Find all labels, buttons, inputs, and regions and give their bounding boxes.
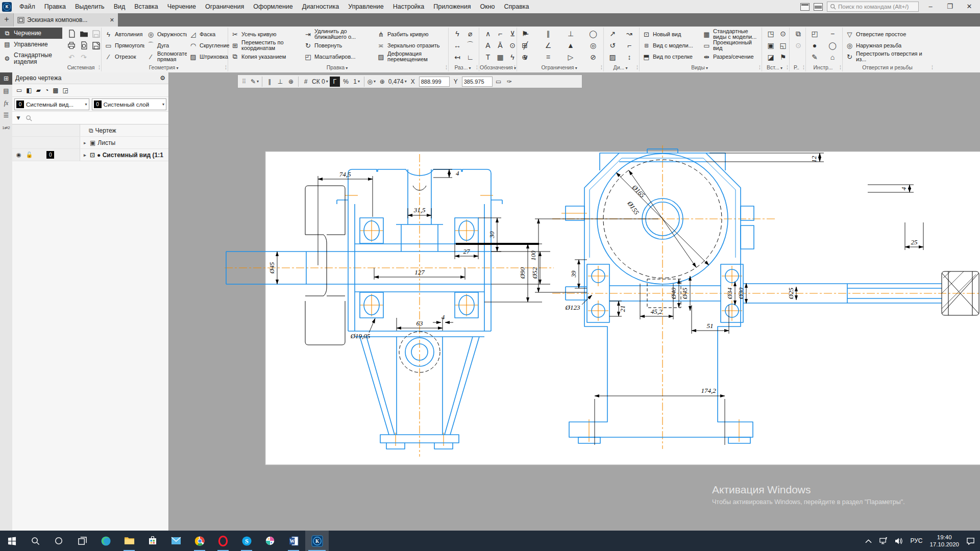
- roughness-icon[interactable]: ⌐: [495, 29, 505, 39]
- group-label-symbols[interactable]: Обозначения: [480, 64, 517, 71]
- tree-row-system-view[interactable]: ◉ 🔓 0 ▸ ⊡ ● Системный вид (1:1: [12, 149, 168, 161]
- view-from-model-button[interactable]: ⧈Вид с модели...: [642, 40, 700, 51]
- tree-row-drawing[interactable]: ⧉ Чертеж: [12, 124, 168, 137]
- document-tab[interactable]: Эскизная компонов... ✕: [14, 13, 118, 27]
- angle-dimension-icon[interactable]: ∟: [465, 52, 475, 62]
- tab-close-icon[interactable]: ✕: [110, 17, 114, 23]
- autoline-button[interactable]: ϟАвтолиния: [104, 29, 144, 40]
- vertical-constraint-icon[interactable]: ∨: [521, 52, 531, 62]
- new-view-button[interactable]: ⊡Новый вид: [642, 29, 700, 40]
- parallel-constraint-icon[interactable]: ∥: [543, 29, 553, 39]
- filter-funnel-icon[interactable]: ▼: [15, 114, 21, 121]
- chamfer-button[interactable]: ◿Фаска: [189, 29, 229, 40]
- scale-select[interactable]: 1: [352, 77, 361, 87]
- chrome-icon[interactable]: [188, 531, 211, 551]
- marking-icon[interactable]: A: [483, 40, 493, 51]
- concentric-constraint-icon[interactable]: ◎: [588, 40, 598, 51]
- panel-tool-picture-icon[interactable]: ▩: [53, 87, 58, 94]
- save-as-icon[interactable]: [91, 40, 101, 51]
- insert-object-icon[interactable]: ◱: [778, 40, 788, 51]
- group-label-system[interactable]: Системная: [63, 64, 101, 71]
- position-icon[interactable]: ⊙: [507, 40, 518, 51]
- r-tool2-icon[interactable]: ⊙: [793, 40, 803, 51]
- print-preview-icon[interactable]: [79, 40, 89, 51]
- new-document-icon[interactable]: [66, 29, 77, 39]
- ortho-mode-button[interactable]: Г: [330, 77, 340, 87]
- perpendicular-constraint-icon[interactable]: ⊥: [566, 29, 576, 39]
- standard-views-button[interactable]: ▦Стандартные виды с модели...: [702, 29, 761, 40]
- menu-view[interactable]: Вид: [109, 0, 130, 13]
- menu-select[interactable]: Выделить: [70, 0, 109, 13]
- command-search-input[interactable]: Поиск по командам (Alt+/): [827, 2, 919, 12]
- volume-icon[interactable]: [895, 538, 903, 544]
- menu-file[interactable]: Файл: [15, 0, 40, 13]
- hatch-button[interactable]: ▨Штриховка: [189, 51, 229, 62]
- line-style-icon[interactable]: ✎: [250, 77, 259, 87]
- menu-diagnostics[interactable]: Диагностика: [298, 0, 344, 13]
- copy-by-point-button[interactable]: ⧉Копия указанием: [231, 51, 302, 62]
- view-zero-badge[interactable]: 0: [46, 151, 54, 159]
- window-layout-icon[interactable]: [800, 3, 810, 11]
- layers-panel-toggle[interactable]: ☰: [0, 109, 12, 121]
- eyedropper-icon[interactable]: ✑: [505, 77, 514, 87]
- snap-mode-icon[interactable]: %: [341, 77, 351, 87]
- group-label-edit[interactable]: Правка: [229, 64, 448, 71]
- group-label-constraints[interactable]: Ограничения: [518, 64, 603, 71]
- tool-break-icon[interactable]: −: [827, 29, 838, 39]
- table-icon[interactable]: ▦: [495, 52, 505, 62]
- current-view-select[interactable]: 0 Системный вид... ▾: [14, 98, 89, 110]
- section-view-button[interactable]: ⇹Разрез/сечение: [702, 51, 761, 62]
- arc-dimension-icon[interactable]: ⌒: [465, 40, 475, 51]
- task-view-button[interactable]: [70, 531, 94, 551]
- tree-row-sheets[interactable]: ▸ ▣ Листы: [12, 137, 168, 149]
- insert-view-icon[interactable]: ⊙: [778, 29, 788, 39]
- language-indicator[interactable]: РУС: [910, 537, 922, 544]
- undo-icon[interactable]: ↶: [66, 52, 77, 62]
- measure-between-icon[interactable]: ↕: [624, 52, 634, 62]
- view-by-arrow-button[interactable]: ⬒Вид по стрелке: [642, 51, 700, 62]
- x-coordinate-field[interactable]: 888.999: [419, 77, 450, 87]
- expand-arrow-icon[interactable]: ▸: [84, 140, 88, 145]
- fix-constraint-icon[interactable]: ▲: [566, 40, 576, 51]
- network-icon[interactable]: [879, 537, 888, 544]
- menu-constraints[interactable]: Ограничения: [201, 0, 249, 13]
- zoom-tool-icon[interactable]: ◎: [367, 77, 376, 87]
- menu-edit[interactable]: Правка: [40, 0, 70, 13]
- construction-line-button[interactable]: ⁄Вспомогатель... прямая: [146, 51, 187, 62]
- diameter-dimension-icon[interactable]: ⌀: [465, 29, 475, 39]
- menu-drawing[interactable]: Черчение: [163, 0, 201, 13]
- menu-apps[interactable]: Приложения: [429, 0, 475, 13]
- rotate-button[interactable]: ↻Повернуть: [304, 40, 375, 51]
- menu-manage[interactable]: Управление: [344, 0, 388, 13]
- snap-point-icon[interactable]: ⊕: [286, 77, 296, 87]
- group-label-views[interactable]: Виды: [640, 64, 762, 71]
- snap-parallel-icon[interactable]: ∥: [265, 77, 274, 87]
- current-layer-select[interactable]: 0 Системный слой ▾: [92, 98, 167, 110]
- linear-dimension-icon[interactable]: ↔: [452, 40, 462, 51]
- measure-area-icon[interactable]: ▨: [607, 52, 618, 62]
- history-panel-toggle[interactable]: 1⇄2: [0, 121, 12, 134]
- baseline-dimension-icon[interactable]: ↤: [452, 52, 462, 62]
- start-button[interactable]: [0, 531, 23, 551]
- align-icon[interactable]: ╱: [521, 40, 531, 51]
- deform-by-move-button[interactable]: ▨Деформация перемещением: [377, 51, 448, 62]
- fillet-button[interactable]: ◠Скругление: [189, 40, 229, 51]
- circle-button[interactable]: ◎Окружность: [146, 29, 187, 40]
- menu-format[interactable]: Оформление: [249, 0, 298, 13]
- tool-converter-icon[interactable]: ✎: [810, 52, 820, 62]
- group-label-tools[interactable]: Инстр...: [806, 64, 842, 71]
- rebuild-holes-button[interactable]: ↻Перестроить отверстия и из...: [845, 51, 932, 62]
- tool-contour-icon[interactable]: ◰: [810, 29, 820, 39]
- cortana-button[interactable]: [47, 531, 70, 551]
- snap-normal-icon[interactable]: ⊥: [276, 77, 285, 87]
- menu-insert[interactable]: Вставка: [130, 0, 162, 13]
- tool-circle-icon[interactable]: ◯: [827, 40, 838, 51]
- expand-arrow-icon[interactable]: ▸: [84, 153, 88, 158]
- kompas-icon[interactable]: К: [305, 531, 329, 551]
- zoom-value-select[interactable]: 0,474: [388, 77, 407, 87]
- mail-icon[interactable]: [164, 531, 188, 551]
- edge-icon[interactable]: [94, 531, 117, 551]
- toolbar-grip-icon[interactable]: ⠿: [239, 77, 249, 87]
- quick-symbol-icon[interactable]: ϟ: [507, 52, 518, 62]
- mirror-button[interactable]: ≍Зеркально отразить: [377, 40, 448, 51]
